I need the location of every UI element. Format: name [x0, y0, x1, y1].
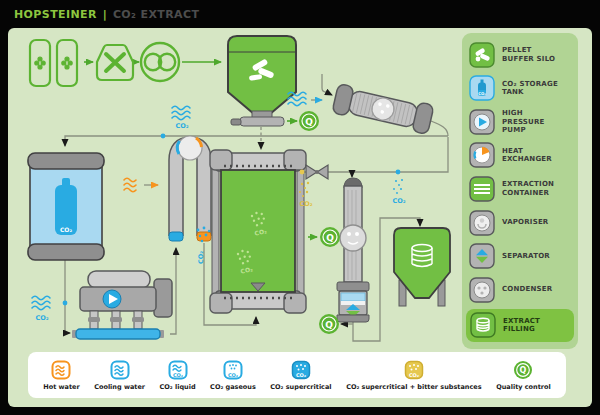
co2-gaseous-icon: CO₂	[223, 360, 243, 380]
legend-label: HEAT EXCHANGER	[502, 147, 571, 165]
pelletizer-icon	[141, 43, 179, 81]
page-title: CO₂ EXTRACT	[113, 8, 200, 21]
svg-text:CO₂: CO₂	[392, 197, 405, 205]
hot-water-symbol	[124, 178, 158, 192]
legend-label: CO₂ STORAGE TANK	[502, 80, 571, 98]
co2-supercritical-icon: CO₂	[291, 360, 311, 380]
pellet-buffer-silo-icon	[469, 42, 495, 68]
vaporiser-icon	[469, 210, 495, 236]
legend-item-co2-storage-tank: CO₂ CO₂ STORAGE TANK	[462, 72, 578, 106]
diagram-board: CO₂	[8, 28, 592, 407]
svg-text:CO₂: CO₂	[478, 91, 486, 96]
svg-text:CO₂: CO₂	[173, 371, 183, 377]
legend-label: CONDENSER	[502, 285, 552, 294]
quality-control-badge: Q	[299, 111, 319, 131]
vaporiser-column	[337, 178, 369, 322]
extraction-container: CO₂ CO₂	[210, 150, 306, 313]
high-pressure-pump-icon	[469, 109, 495, 135]
svg-text:CO₂: CO₂	[175, 122, 188, 130]
flow-legend-item-co2-gaseous: CO₂ CO₂ gaseous	[210, 360, 256, 391]
legend-item-extract-filling: EXTRACT FILLING	[466, 309, 574, 343]
extract-filling-hopper	[394, 228, 450, 306]
condenser-icon	[469, 277, 495, 303]
separator	[337, 291, 369, 322]
extract-filling-icon	[470, 312, 496, 338]
flow-legend-item-hot-water: Hot water	[43, 360, 79, 391]
flow-legend-label: Hot water	[43, 383, 79, 391]
header: HOPSTEINER | CO₂ EXTRACT	[0, 0, 600, 28]
quality-control-icon: Q	[513, 360, 533, 380]
co2-storage-tank: CO₂	[28, 153, 104, 260]
flow-legend-item-co2-liquid: CO₂ CO₂ liquid	[160, 360, 196, 391]
flow-legend-label: CO₂ supercritical + bitter substances	[346, 383, 481, 391]
condenser	[332, 83, 434, 134]
legend-label: EXTRACTION CONTAINER	[502, 180, 554, 198]
app-window: HOPSTEINER | CO₂ EXTRACT	[0, 0, 600, 415]
legend-item-separator: SEPARATOR	[462, 239, 578, 273]
hot-water-icon	[51, 360, 71, 380]
co2-liquid-icon: CO₂	[168, 360, 188, 380]
flow-legend-item-cooling-water: Cooling water	[94, 360, 145, 391]
separator-icon	[469, 243, 495, 269]
legend-item-vaporiser: VAPORISER	[462, 206, 578, 240]
svg-text:Q: Q	[305, 117, 313, 127]
legend-item-extraction-container: EXTRACTION CONTAINER	[462, 172, 578, 206]
co2-liquid-symbol: CO₂	[172, 106, 190, 130]
flow-legend-item-co2-supercritical-bitter: CO₂ CO₂ supercritical + bitter substance…	[346, 360, 481, 391]
equipment-legend: PELLET BUFFER SILO CO₂ CO₂ STORAGE TANK	[462, 33, 578, 349]
co2-storage-tank-icon: CO₂	[469, 75, 495, 101]
heat-exchanger	[169, 136, 211, 241]
svg-text:Q: Q	[520, 366, 527, 375]
flow-legend-label: Cooling water	[94, 383, 145, 391]
legend-label: PELLET BUFFER SILO	[502, 46, 555, 64]
co2-liquid-symbol: CO₂	[32, 296, 50, 322]
legend-item-condenser: CONDENSER	[462, 273, 578, 307]
svg-text:CO₂: CO₂	[35, 314, 48, 322]
flow-legend-item-quality-control: Q Quality control	[496, 360, 551, 391]
quality-control-badge: Q	[320, 227, 340, 247]
valve-icon	[306, 165, 328, 179]
legend-label: HIGH PRESSURE PUMP	[502, 109, 545, 135]
pellet-buffer-silo	[228, 36, 296, 126]
extraction-container-icon	[469, 176, 495, 202]
flow-legend-label: CO₂ supercritical	[270, 383, 331, 391]
svg-text:CO₂: CO₂	[409, 371, 419, 377]
svg-text:CO₂: CO₂	[299, 200, 312, 208]
legend-item-pellet-buffer-silo: PELLET BUFFER SILO	[462, 38, 578, 72]
flow-legend-label: CO₂ liquid	[160, 383, 196, 391]
flow-legend-label: CO₂ gaseous	[210, 383, 256, 391]
header-separator: |	[103, 8, 107, 21]
legend-label: EXTRACT FILLING	[503, 317, 540, 335]
co2-gaseous-symbol: CO₂	[392, 179, 405, 205]
svg-text:CO₂: CO₂	[197, 251, 205, 264]
heat-exchanger-icon	[469, 142, 495, 168]
legend-label: VAPORISER	[502, 218, 548, 227]
flow-legend: Hot water Cooling water CO₂ CO₂ liquid	[28, 352, 566, 398]
brand-logo: HOPSTEINER	[14, 8, 97, 21]
flow-legend-item-co2-supercritical: CO₂ CO₂ supercritical	[270, 360, 331, 391]
cooling-water-icon	[110, 360, 130, 380]
svg-text:CO₂: CO₂	[296, 371, 306, 377]
tank-co2-label: CO₂	[60, 226, 73, 233]
mill-icon	[97, 45, 133, 80]
legend-item-high-pressure-pump: HIGH PRESSURE PUMP	[462, 105, 578, 139]
quality-control-badge: Q	[319, 314, 339, 334]
flow-legend-label: Quality control	[496, 383, 551, 391]
co2-supercritical-bitter-icon: CO₂	[404, 360, 424, 380]
svg-text:Q: Q	[326, 233, 334, 243]
hop-bale-icons	[30, 40, 77, 86]
legend-item-heat-exchanger: HEAT EXCHANGER	[462, 139, 578, 173]
legend-label: SEPARATOR	[502, 252, 550, 261]
svg-text:Q: Q	[325, 320, 333, 330]
high-pressure-pump	[72, 271, 172, 339]
svg-text:CO₂: CO₂	[228, 371, 238, 377]
